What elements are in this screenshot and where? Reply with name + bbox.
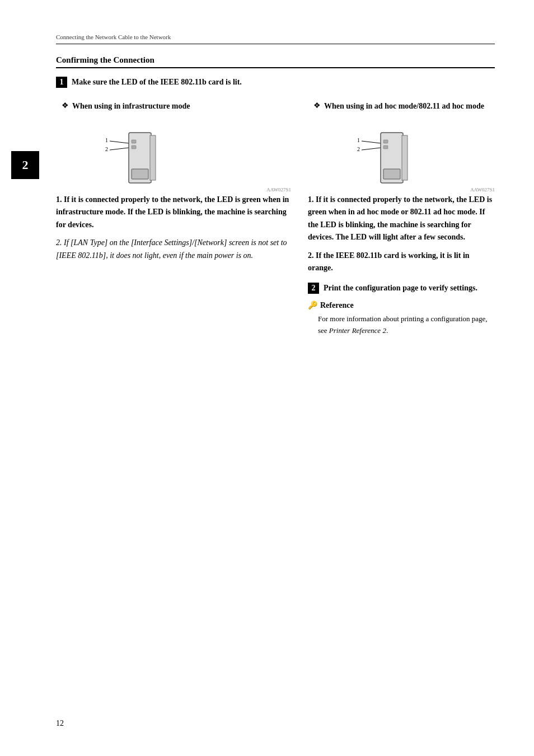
right-card-svg: 1 2	[341, 119, 420, 186]
step-2-num: 2	[308, 283, 319, 294]
left-diagram-label: AAW027S1	[78, 187, 291, 192]
svg-line-3	[110, 148, 129, 150]
svg-text:1: 1	[357, 137, 360, 143]
svg-rect-15	[383, 140, 388, 143]
left-card-svg: 1 2	[90, 119, 168, 186]
left-diamond-icon: ❖	[62, 101, 69, 110]
step-1-text: Make sure the LED of the IEEE 802.11b ca…	[72, 76, 242, 88]
right-diagram: 1 2 AAW027S1	[330, 119, 495, 191]
svg-rect-6	[132, 145, 136, 149]
step-2-text: Print the configuration page to verify s…	[324, 282, 477, 294]
right-item-2: 2. If the IEEE 802.11b card is working, …	[308, 250, 495, 275]
reference-block: 🔑 Reference For more information about p…	[308, 300, 495, 337]
right-column: ❖ When using in ad hoc mode/802.11 ad ho…	[308, 95, 495, 337]
step-1-block: 1 Make sure the LED of the IEEE 802.11b …	[56, 76, 495, 88]
right-mode-title: When using in ad hoc mode/802.11 ad hoc …	[324, 100, 484, 112]
right-item-1: 1. If it is connected properly to the ne…	[308, 194, 495, 244]
svg-line-12	[362, 141, 381, 143]
left-mode-title: When using in infrastructure mode	[72, 100, 190, 112]
step-2-block: 2 Print the configuration page to verify…	[308, 282, 495, 294]
svg-rect-19	[402, 135, 407, 180]
reference-title: 🔑 Reference	[308, 300, 495, 310]
svg-line-13	[362, 148, 381, 150]
svg-rect-17	[383, 169, 400, 179]
left-diagram: 1 2 AAW027S1	[78, 119, 291, 191]
svg-text:2: 2	[105, 146, 108, 152]
svg-rect-16	[383, 145, 388, 149]
two-column-layout: ❖ When using in infrastructure mode 1 2	[56, 95, 495, 337]
right-mode-header: ❖ When using in ad hoc mode/802.11 ad ho…	[313, 100, 495, 112]
left-item-2: 2. If [LAN Type] on the [Interface Setti…	[56, 237, 291, 262]
svg-rect-9	[150, 135, 156, 180]
reference-label: Reference	[320, 301, 354, 310]
svg-rect-5	[132, 140, 136, 143]
reference-period: .	[386, 326, 388, 335]
section-title: Confirming the Connection	[56, 55, 495, 68]
chapter-tab: 2	[11, 151, 39, 179]
svg-line-2	[110, 141, 129, 143]
svg-text:1: 1	[105, 137, 108, 143]
svg-text:2: 2	[357, 146, 360, 152]
right-diagram-label: AAW027S1	[330, 187, 495, 192]
key-icon: 🔑	[308, 300, 317, 310]
left-mode-header: ❖ When using in infrastructure mode	[62, 100, 291, 112]
step-1-num: 1	[56, 77, 67, 88]
left-column: ❖ When using in infrastructure mode 1 2	[56, 95, 291, 337]
page: Connecting the Network Cable to the Netw…	[0, 0, 534, 756]
svg-rect-7	[132, 169, 148, 179]
right-diamond-icon: ❖	[313, 101, 321, 110]
breadcrumb: Connecting the Network Cable to the Netw…	[56, 34, 495, 44]
left-item-1: 1. If it is connected properly to the ne…	[56, 194, 291, 231]
reference-italic: Printer Reference 2	[329, 326, 386, 335]
page-number: 12	[56, 719, 64, 728]
reference-body: For more information about printing a co…	[318, 313, 495, 337]
